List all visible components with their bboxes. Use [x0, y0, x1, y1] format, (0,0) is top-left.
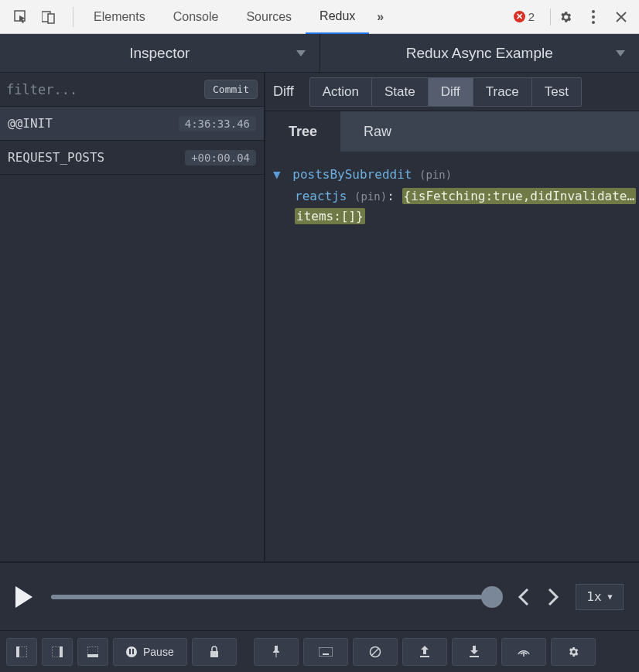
tab-console[interactable]: Console — [159, 0, 233, 34]
collapse-arrow-icon[interactable]: ▼ — [273, 167, 281, 182]
redux-devtools: Inspector Redux Async Example Commit @@I… — [0, 34, 639, 672]
tree-key: reactjs — [295, 189, 347, 203]
dock-bottom-icon[interactable] — [77, 638, 108, 666]
chevron-down-icon — [296, 50, 306, 56]
step-forward-button[interactable] — [538, 586, 568, 608]
close-icon[interactable] — [611, 7, 631, 27]
svg-rect-9 — [16, 646, 19, 657]
tab-test[interactable]: Test — [532, 78, 581, 106]
tree-node[interactable]: ▼ postsBySubreddit (pin) — [273, 167, 631, 182]
pin-button[interactable] — [254, 638, 299, 666]
instance-selector-label: Redux Async Example — [406, 45, 553, 62]
tab-elements[interactable]: Elements — [80, 0, 159, 34]
download-button[interactable] — [452, 638, 497, 666]
action-row[interactable]: @@INIT 4:36:33.46 — [0, 107, 264, 141]
tab-trace[interactable]: Trace — [473, 78, 532, 106]
timeline-knob[interactable] — [481, 586, 503, 608]
action-timestamp: +00:00.04 — [185, 150, 256, 165]
view-tab-label: Diff — [273, 84, 294, 100]
subtab-raw[interactable]: Raw — [340, 111, 415, 152]
tabs-overflow[interactable]: » — [369, 0, 391, 34]
error-count: 2 — [528, 10, 535, 23]
chevron-down-icon: ▼ — [608, 592, 613, 601]
svg-rect-11 — [60, 646, 63, 657]
error-icon: ✕ — [514, 11, 525, 22]
upload-button[interactable] — [402, 638, 447, 666]
speed-selector[interactable]: 1x ▼ — [576, 584, 624, 610]
svg-rect-25 — [470, 656, 479, 657]
settings-button[interactable] — [551, 638, 596, 666]
dock-left-icon[interactable] — [6, 638, 37, 666]
instance-selector[interactable]: Redux Async Example — [320, 34, 640, 72]
tab-sources[interactable]: Sources — [232, 0, 306, 34]
action-timestamp: 4:36:33.46 — [179, 116, 256, 131]
svg-rect-15 — [319, 647, 333, 657]
play-button[interactable] — [15, 586, 32, 608]
pin-label[interactable]: (pin) — [354, 190, 387, 203]
tab-redux[interactable]: Redux — [306, 0, 369, 34]
keyboard-button[interactable] — [303, 638, 348, 666]
view-tab-row: Diff Action State Diff Trace Test — [265, 73, 639, 111]
pause-button[interactable]: Pause — [113, 638, 187, 666]
pin-label[interactable]: (pin) — [419, 169, 452, 181]
subtab-tree[interactable]: Tree — [265, 111, 340, 152]
gear-icon[interactable] — [555, 7, 576, 27]
action-list-pane: Commit @@INIT 4:36:33.46 REQUEST_POSTS +… — [0, 73, 265, 561]
action-name: @@INIT — [8, 116, 53, 131]
pause-icon — [126, 646, 137, 657]
svg-point-4 — [592, 15, 595, 19]
speed-label: 1x — [586, 589, 601, 604]
lock-button[interactable] — [192, 638, 237, 666]
svg-point-5 — [592, 21, 595, 24]
disable-button[interactable] — [353, 638, 398, 666]
tree-key: postsBySubreddit — [292, 167, 412, 182]
filter-input[interactable] — [6, 82, 204, 97]
devtools-tab-bar: Elements Console Sources Redux » ✕ 2 — [0, 0, 639, 34]
kebab-icon[interactable] — [583, 7, 603, 27]
tab-state[interactable]: State — [372, 78, 429, 106]
timeline-slider[interactable] — [51, 595, 490, 599]
tree-node[interactable]: reactjs (pin): {isFetching:true,didInval… — [273, 186, 631, 226]
svg-rect-13 — [87, 654, 98, 657]
tree-value: {isFetching:true,didInvalidate… — [402, 188, 637, 204]
dock-right-icon[interactable] — [42, 638, 73, 666]
bottom-toolbar: Pause — [0, 630, 639, 672]
action-name: REQUEST_POSTS — [8, 150, 104, 165]
tab-diff[interactable]: Diff — [429, 78, 473, 106]
tree-value: items:[]} — [295, 208, 365, 224]
detail-pane: Diff Action State Diff Trace Test Tree R… — [265, 73, 639, 561]
panel-selector[interactable]: Inspector — [0, 34, 320, 72]
svg-rect-2 — [48, 14, 54, 23]
svg-point-3 — [592, 10, 595, 13]
inspect-icon[interactable] — [11, 7, 31, 27]
error-badge[interactable]: ✕ 2 — [514, 10, 535, 23]
svg-rect-24 — [420, 656, 429, 657]
action-row[interactable]: REQUEST_POSTS +00:00.04 — [0, 141, 264, 175]
chevron-down-icon — [616, 50, 625, 56]
redux-header: Inspector Redux Async Example — [0, 34, 639, 73]
subtab-row: Tree Raw — [265, 111, 639, 152]
state-tree: ▼ postsBySubreddit (pin) reactjs (pin): … — [265, 152, 639, 561]
playback-bar: 1x ▼ — [0, 562, 639, 630]
pause-label: Pause — [143, 646, 174, 658]
svg-line-23 — [371, 648, 378, 655]
tab-action[interactable]: Action — [310, 78, 372, 106]
svg-rect-14 — [210, 651, 218, 657]
commit-button[interactable]: Commit — [204, 80, 258, 99]
device-toggle-icon[interactable] — [39, 7, 59, 27]
filter-row: Commit — [0, 73, 264, 107]
remote-button[interactable] — [501, 638, 546, 666]
step-back-button[interactable] — [509, 586, 538, 608]
panel-selector-label: Inspector — [129, 45, 190, 62]
